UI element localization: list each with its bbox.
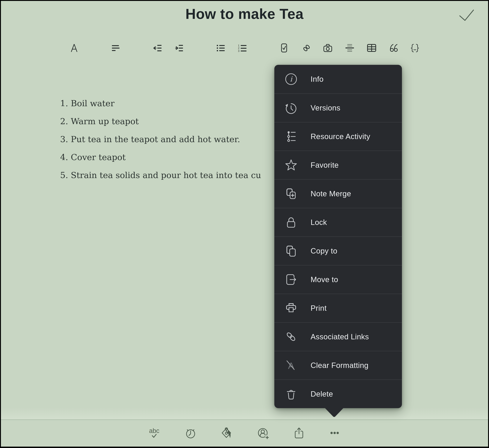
writing-tools-icon[interactable] (219, 426, 233, 440)
menu-item-versions[interactable]: Versions (274, 93, 402, 122)
bottom-toolbar-divider (0, 419, 489, 420)
menu-item-associated-links[interactable]: Associated Links (274, 322, 402, 351)
resource-activity-icon (284, 129, 298, 144)
svg-text:i: i (290, 75, 293, 83)
print-icon (284, 301, 298, 315)
menu-item-lock[interactable]: Lock (274, 208, 402, 236)
menu-item-clear-formatting[interactable]: A Clear Formatting (274, 351, 402, 380)
indent-icon[interactable] (174, 43, 184, 53)
spellcheck-icon[interactable]: abc (147, 426, 161, 440)
info-icon: i (284, 72, 298, 86)
code-block-icon[interactable] (410, 43, 420, 53)
font-style-icon[interactable] (69, 43, 79, 53)
svg-text:abc: abc (149, 427, 159, 434)
menu-item-print[interactable]: Print (274, 294, 402, 322)
insert-link-icon[interactable] (302, 43, 311, 53)
associated-links-icon (284, 330, 298, 344)
notebook-app-window: How to make Tea 1 2 3 (0, 0, 489, 448)
content-bottom-fade (0, 408, 489, 419)
add-collaborator-icon[interactable] (256, 426, 270, 440)
blockquote-icon[interactable] (389, 43, 399, 53)
svg-text:3: 3 (238, 50, 239, 53)
note-editor-content[interactable]: 1. Boil water 2. Warm up teapot 3. Put t… (60, 94, 261, 184)
note-step: 2. Warm up teapot (60, 112, 261, 130)
insert-table-icon[interactable] (367, 43, 377, 53)
numbered-list-icon[interactable]: 1 2 3 (237, 43, 247, 53)
menu-item-resource-activity[interactable]: Resource Activity (274, 122, 402, 151)
horizontal-rule-icon[interactable] (345, 43, 355, 53)
done-checkmark-icon[interactable] (458, 8, 475, 22)
page-title: How to make Tea (0, 6, 489, 22)
note-merge-icon (284, 187, 298, 201)
reminder-icon[interactable] (184, 426, 198, 440)
delete-icon (284, 387, 298, 401)
menu-item-note-merge[interactable]: Note Merge (274, 179, 402, 208)
note-step: 1. Boil water (60, 94, 261, 112)
menu-item-delete[interactable]: Delete (274, 380, 402, 408)
bulleted-list-icon[interactable] (216, 43, 226, 53)
more-options-icon[interactable] (328, 426, 342, 440)
menu-pointer-arrow (325, 408, 344, 417)
note-step: 3. Put tea in the teapot and add hot wat… (60, 130, 261, 148)
menu-item-info[interactable]: i Info (274, 65, 402, 93)
copy-to-icon (284, 244, 298, 258)
menu-item-copy-to[interactable]: Copy to (274, 236, 402, 265)
note-step: 4. Cover teapot (60, 148, 261, 166)
checklist-icon[interactable] (279, 43, 289, 53)
favorite-icon (284, 158, 298, 172)
share-icon[interactable] (292, 426, 306, 440)
note-step: 5. Strain tea solids and pour hot tea in… (60, 166, 261, 184)
note-options-menu: i Info Versions Resource Activ (274, 65, 402, 408)
menu-item-favorite[interactable]: Favorite (274, 151, 402, 179)
camera-icon[interactable] (323, 43, 333, 53)
outdent-icon[interactable] (152, 43, 163, 53)
svg-text:1: 1 (238, 44, 239, 47)
versions-icon (284, 101, 298, 115)
svg-text:2: 2 (238, 47, 239, 50)
menu-item-move-to[interactable]: Move to (274, 265, 402, 294)
lock-icon (284, 215, 298, 229)
move-to-icon (284, 272, 298, 287)
clear-formatting-icon: A (284, 358, 298, 372)
align-left-icon[interactable] (111, 43, 121, 53)
window-frame (0, 0, 489, 448)
